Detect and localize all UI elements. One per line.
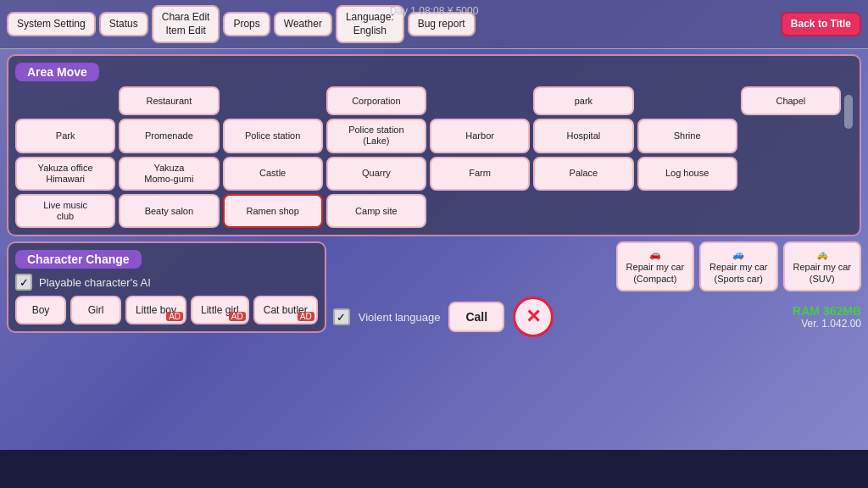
repair-suv-button[interactable]: 🚕Repair my car(SUV): [783, 241, 861, 291]
area-btn-empty-3-7: [741, 194, 841, 228]
ram-label: RAM 362MB: [793, 304, 861, 318]
area-btn-park[interactable]: Park: [15, 119, 115, 152]
char-btn-little-girl[interactable]: Little girl AD: [191, 296, 249, 324]
area-btn-police-station[interactable]: Police station: [223, 119, 323, 152]
char-top-row: ✓ Playable character's AI: [15, 274, 318, 291]
area-grid-row-3: Live musicclub Beaty salon Ramen shop Ca…: [15, 194, 841, 228]
area-grid-row-1: Park Promenade Police station Police sta…: [15, 119, 841, 152]
area-btn-corporation[interactable]: Corporation: [326, 86, 426, 115]
lock-badge-little-boy: AD: [166, 312, 183, 321]
repair-compact-button[interactable]: 🚗Repair my car(Compact): [616, 241, 694, 291]
area-grid-row-0: Restaurant Corporation park Chapel: [15, 86, 841, 115]
area-grid-container: Restaurant Corporation park Chapel Park …: [15, 86, 853, 228]
lock-badge-cat-butler: AD: [298, 312, 314, 321]
ai-checkbox[interactable]: ✓: [15, 274, 32, 291]
area-btn-empty-2-7: [741, 157, 841, 191]
area-btn-quarry[interactable]: Quarry: [326, 157, 426, 191]
repair-buttons: 🚗Repair my car(Compact) 🚙Repair my car(S…: [333, 241, 861, 291]
violent-checkbox[interactable]: ✓: [333, 308, 350, 325]
char-change-panel: Character Change ✓ Playable character's …: [7, 241, 326, 333]
main-area: Area Move Restaurant Corporation park Ch…: [0, 49, 868, 342]
call-button[interactable]: Call: [448, 302, 504, 332]
area-btn-empty-0-0: [15, 86, 115, 115]
area-btn-palace[interactable]: Palace: [533, 157, 633, 191]
bottom-panel: Character Change ✓ Playable character's …: [7, 241, 861, 337]
area-btn-live-music-club[interactable]: Live musicclub: [15, 194, 115, 228]
area-btn-police-station-lake[interactable]: Police station(Lake): [326, 119, 426, 152]
area-btn-empty-3-6: [637, 194, 737, 228]
repair-sports-button[interactable]: 🚙Repair my car(Sports car): [699, 241, 777, 291]
weather-button[interactable]: Weather: [274, 12, 332, 37]
status-button[interactable]: Status: [99, 12, 148, 37]
char-buttons: Boy Girl Little boy AD Little girl AD Ca…: [15, 296, 318, 324]
violent-label: Violent language: [359, 311, 441, 324]
area-btn-castle[interactable]: Castle: [223, 157, 323, 191]
chara-edit-button[interactable]: Chara EditItem Edit: [152, 5, 220, 43]
lock-badge-little-girl: AD: [229, 312, 246, 321]
area-btn-promenade[interactable]: Promenade: [119, 119, 219, 152]
area-btn-restaurant[interactable]: Restaurant: [119, 86, 219, 115]
char-btn-little-boy[interactable]: Little boy AD: [125, 296, 186, 324]
area-btn-empty-0-4: [430, 86, 530, 115]
area-btn-camp-site[interactable]: Camp site: [326, 194, 426, 228]
char-btn-girl[interactable]: Girl: [70, 296, 121, 324]
area-btn-hospital[interactable]: Hospital: [533, 119, 633, 152]
right-panel: 🚗Repair my car(Compact) 🚙Repair my car(S…: [333, 241, 861, 337]
area-btn-chapel[interactable]: Chapel: [741, 86, 841, 115]
system-setting-button[interactable]: System Setting: [7, 12, 96, 37]
bottom-dark-bar: [0, 450, 868, 488]
area-btn-park-top[interactable]: park: [533, 86, 633, 115]
area-btn-yakuza-momogumi[interactable]: YakuzaMomo-gumi: [119, 157, 219, 191]
area-btn-yakuza-himawari[interactable]: Yakuza officeHimawari: [15, 157, 115, 191]
close-button[interactable]: ✕: [513, 297, 554, 337]
area-grid-wrap: Restaurant Corporation park Chapel Park …: [15, 86, 841, 228]
day-time: Day 1 08:08 ¥ 5000: [390, 5, 479, 17]
char-btn-cat-butler[interactable]: Cat butler AD: [253, 296, 318, 324]
violent-row: ✓ Violent language Call ✕ RAM 362MB Ver.…: [333, 297, 861, 337]
area-btn-ramen-shop[interactable]: Ramen shop: [223, 194, 323, 228]
area-btn-empty-0-2: [223, 86, 323, 115]
char-change-title: Character Change: [15, 250, 142, 269]
area-btn-empty-0-6: [637, 86, 737, 115]
area-btn-log-house[interactable]: Log house: [637, 157, 737, 191]
area-grid-row-2: Yakuza officeHimawari YakuzaMomo-gumi Ca…: [15, 157, 841, 191]
area-btn-empty-3-4: [430, 194, 530, 228]
info-row: RAM 362MB Ver. 1.042.00: [793, 304, 861, 330]
top-bar: Day 1 08:08 ¥ 5000 System Setting Status…: [0, 0, 868, 49]
props-button[interactable]: Props: [223, 12, 270, 37]
area-btn-empty-1-7: [741, 119, 841, 152]
area-move-panel: Area Move Restaurant Corporation park Ch…: [7, 54, 861, 236]
scrollbar-thumb[interactable]: [844, 95, 853, 129]
area-btn-farm[interactable]: Farm: [430, 157, 530, 191]
area-move-title: Area Move: [15, 63, 99, 81]
area-btn-harbor[interactable]: Harbor: [430, 119, 530, 152]
back-to-title-button[interactable]: Back to Title: [781, 12, 861, 37]
ai-label: Playable character's AI: [39, 276, 151, 289]
ver-label: Ver. 1.042.00: [801, 318, 861, 330]
area-btn-shrine[interactable]: Shrine: [637, 119, 737, 152]
area-btn-beaty-salon[interactable]: Beaty salon: [119, 194, 219, 228]
char-btn-boy[interactable]: Boy: [15, 296, 66, 324]
area-btn-empty-3-5: [533, 194, 633, 228]
